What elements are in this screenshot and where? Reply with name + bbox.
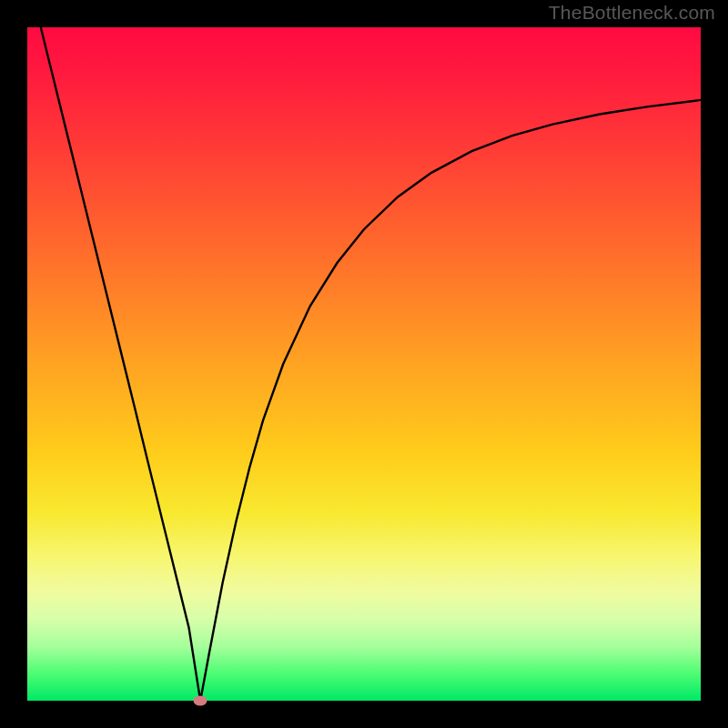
chart-frame: TheBottleneck.com xyxy=(0,0,728,728)
optimum-marker xyxy=(194,696,207,706)
plot-area xyxy=(27,27,701,701)
curve-svg xyxy=(27,27,701,701)
watermark-text: TheBottleneck.com xyxy=(549,2,715,24)
bottleneck-curve xyxy=(41,27,701,701)
